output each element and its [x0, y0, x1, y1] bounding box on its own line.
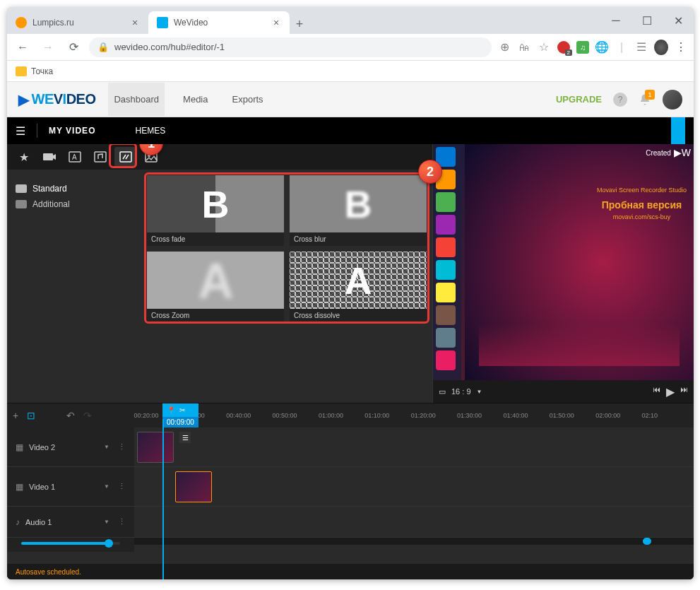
track-content[interactable]: ☰ [134, 427, 694, 466]
user-avatar[interactable] [663, 90, 682, 110]
time-tick: 00:40:00 [226, 412, 272, 419]
profile-avatar[interactable] [654, 40, 668, 54]
transition-label: Cross blur [290, 232, 427, 246]
time-tick: 01:20:00 [411, 412, 457, 419]
folder-standard[interactable]: Standard [16, 181, 133, 196]
opera-ext-icon[interactable]: 2 [557, 40, 571, 54]
new-tab-button[interactable]: + [290, 14, 309, 34]
zoom-slider[interactable] [21, 542, 120, 545]
time-tick: 02:10 [642, 412, 688, 419]
time-tick: 02:00:00 [595, 412, 641, 419]
play-button[interactable]: ▶ [666, 385, 675, 399]
star-icon[interactable]: ☆ [537, 40, 551, 54]
add-track-button[interactable]: + [13, 410, 18, 421]
transition-label: Cross dissolve [290, 309, 427, 322]
back-button[interactable]: ← [13, 37, 32, 57]
zoom-icon[interactable]: ⊕ [497, 40, 511, 54]
close-icon[interactable]: × [271, 18, 281, 28]
preview-viewport[interactable]: Created ▶W Movavi Screen Recorder Studio… [433, 144, 694, 380]
redo-button[interactable]: ↷ [83, 410, 92, 421]
nav-exports[interactable]: Exports [227, 83, 269, 116]
project-title: MY VIDEO [49, 126, 95, 136]
aspect-icon[interactable]: ▭ [439, 387, 446, 396]
scissors-icon[interactable]: ✂ [179, 406, 185, 414]
play-icon: ▶ [18, 91, 29, 108]
audio-tab-icon[interactable] [89, 147, 112, 167]
transition-crosszoom[interactable]: A Cross Zoom [147, 252, 284, 322]
close-icon[interactable]: × [130, 18, 140, 28]
svg-rect-4 [120, 152, 131, 162]
track-menu-icon[interactable]: ⋮ [118, 482, 126, 491]
transitions-grid: 2 B Cross fade B Cross blur A Cross Zoom [141, 170, 432, 403]
forward-button[interactable]: → [38, 37, 58, 57]
url-field[interactable]: 🔒 wevideo.com/hub#editor/-1 [89, 37, 492, 57]
video-track-icon: ▦ [16, 442, 23, 452]
annotation-marker-2: 2 [418, 160, 442, 184]
reload-button[interactable]: ⟳ [64, 37, 83, 57]
transition-crossdissolve[interactable]: A Cross dissolve [290, 252, 427, 322]
audio-track-icon: ♪ [16, 517, 20, 527]
reading-list-icon[interactable]: ☰ [634, 40, 648, 54]
next-button[interactable]: ⏭ [680, 385, 688, 399]
music-ext-icon[interactable]: ♫ [576, 41, 589, 54]
svg-rect-3 [95, 152, 106, 162]
chevron-down-icon[interactable]: ▼ [104, 483, 109, 490]
favicon-lumpics [16, 17, 27, 28]
transition-crossblur[interactable]: B Cross blur [290, 175, 427, 246]
playhead-marker-icon: 📍 [167, 406, 175, 414]
browser-tab-lumpics[interactable]: Lumpics.ru × [7, 11, 148, 34]
notification-badge: 1 [645, 90, 655, 100]
bookmarks-bar: Точка [7, 61, 694, 82]
browser-tab-wevideo[interactable]: WeVideo × [148, 11, 290, 34]
menu-icon[interactable]: ⋮ [674, 40, 688, 54]
video-clip[interactable] [137, 432, 174, 463]
aspect-ratio[interactable]: 16 : 9 [451, 387, 471, 396]
help-icon[interactable]: ? [613, 93, 627, 107]
close-button[interactable]: ✕ [663, 9, 694, 32]
annotation-marker-1: 1 [139, 144, 163, 155]
lock-icon: 🔒 [97, 42, 109, 52]
upgrade-button[interactable]: UPGRADE [556, 94, 602, 105]
translate-icon[interactable]: 🗛 [517, 40, 531, 54]
scrollbar-thumb[interactable] [643, 538, 651, 545]
transition-crossfade[interactable]: B Cross fade [147, 175, 284, 246]
created-watermark: Created ▶W [646, 147, 691, 158]
themes-label[interactable]: HEMES [135, 126, 165, 136]
transitions-tab-icon[interactable] [114, 147, 137, 167]
track-content[interactable] [134, 507, 694, 537]
chevron-down-icon[interactable]: ▼ [477, 389, 482, 395]
favorites-tab-icon[interactable]: ★ [13, 147, 35, 167]
app-header: ▶ WEVIDEO Dashboard Media Exports UPGRAD… [7, 82, 694, 117]
maximize-button[interactable]: ☐ [631, 9, 663, 32]
expand-button[interactable] [671, 117, 685, 144]
timeline: + ⊡ ↶ ↷ 00:20:00 00:30:00 00:40:00 00:50… [7, 403, 694, 579]
video-clip[interactable] [175, 471, 212, 502]
folder-additional[interactable]: Additional [16, 196, 133, 212]
playhead[interactable]: 📍 ✂ 00:09:00 [162, 403, 198, 427]
tab-title: Lumpics.ru [32, 18, 74, 28]
hamburger-icon[interactable]: ☰ [16, 124, 25, 138]
track-menu-icon[interactable]: ⋮ [118, 442, 126, 452]
transition-clip[interactable]: ☰ [179, 432, 191, 443]
svg-text:A: A [72, 153, 77, 161]
svg-rect-0 [43, 153, 53, 160]
prev-button[interactable]: ⏮ [653, 385, 660, 399]
transition-label: Cross fade [147, 232, 284, 246]
chevron-down-icon[interactable]: ▼ [104, 444, 109, 450]
wevideo-logo[interactable]: ▶ WEVIDEO [18, 91, 95, 108]
nav-media[interactable]: Media [177, 83, 213, 116]
timeline-scrollbar[interactable] [134, 538, 694, 545]
text-tab-icon[interactable]: A [64, 147, 86, 167]
notification-bell-icon[interactable]: 1 [639, 93, 651, 106]
media-tab-icon[interactable] [38, 147, 61, 167]
undo-button[interactable]: ↶ [66, 410, 75, 421]
snap-button[interactable]: ⊡ [27, 410, 35, 421]
chevron-down-icon[interactable]: ▼ [104, 519, 109, 525]
minimize-button[interactable]: ─ [600, 9, 631, 32]
track-content[interactable] [134, 467, 694, 506]
preview-panel: Created ▶W Movavi Screen Recorder Studio… [432, 144, 694, 403]
track-menu-icon[interactable]: ⋮ [118, 517, 126, 526]
bookmark-item[interactable]: Точка [31, 66, 53, 76]
globe-ext-icon[interactable]: 🌐 [595, 40, 609, 54]
nav-dashboard[interactable]: Dashboard [108, 83, 165, 116]
